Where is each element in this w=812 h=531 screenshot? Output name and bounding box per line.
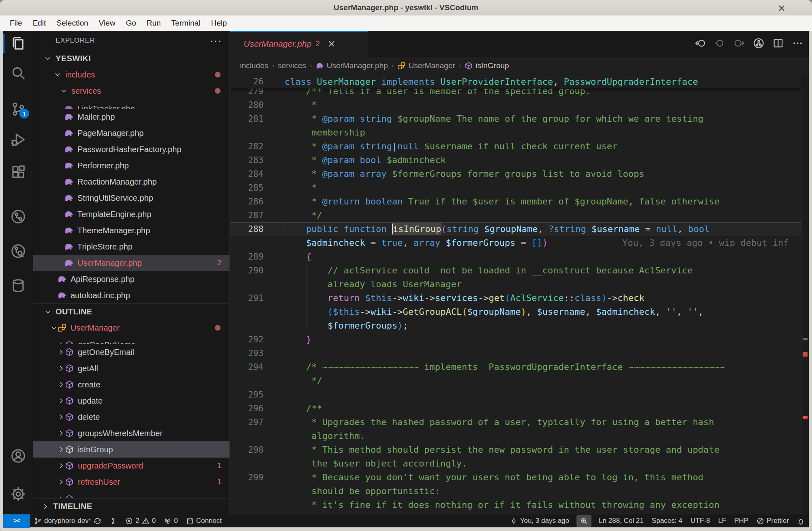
activity-files-icon[interactable] bbox=[3, 32, 33, 55]
code-area[interactable]: 278279 /** Tells if a user is member of … bbox=[230, 75, 801, 514]
explorer-header[interactable]: EXPLORER ··· bbox=[33, 31, 229, 50]
code-line-285[interactable]: 285 * bbox=[230, 181, 801, 195]
code-line-281[interactable]: 281 * @param string $groupName The name … bbox=[230, 112, 801, 126]
status-spaces-4[interactable]: Spaces: 4 bbox=[648, 514, 687, 528]
method-item-clipped[interactable] bbox=[33, 490, 229, 498]
folder-item-includes[interactable]: includes bbox=[33, 67, 229, 83]
status-utf-8[interactable]: UTF-8 bbox=[686, 514, 714, 528]
code-line-294[interactable]: 294 /* ~~~~~~~~~~~~~~~~~~ implements Pas… bbox=[230, 360, 801, 374]
status-lf[interactable]: LF bbox=[714, 514, 730, 528]
code-line-wrap[interactable]: ($this->wiki->GetGroupACL($groupName), $… bbox=[230, 305, 801, 319]
status-zoom-button[interactable] bbox=[576, 515, 591, 527]
activity-run-debug-icon[interactable] bbox=[3, 128, 33, 151]
menu-view[interactable]: View bbox=[94, 17, 120, 29]
activity-account-icon[interactable] bbox=[3, 444, 33, 468]
code-line-wrap[interactable]: membership bbox=[230, 126, 801, 140]
file-item-thememanager.php[interactable]: ThemeManager.php bbox=[33, 222, 229, 239]
file-item-usermanager.php[interactable]: UserManager.php2 bbox=[33, 255, 229, 271]
status-doryphore-dev-[interactable]: doryphore-dev* bbox=[30, 514, 105, 528]
code-line-wrap[interactable]: the $user object accordingly. bbox=[230, 457, 801, 471]
nav-circle-icon[interactable] bbox=[714, 38, 725, 50]
status-gitlens-icon[interactable] bbox=[105, 514, 121, 528]
status-prettier[interactable]: Prettier bbox=[752, 514, 793, 528]
overview-ruler[interactable] bbox=[801, 75, 809, 514]
activity-settings-gear-icon[interactable] bbox=[3, 482, 33, 506]
code-line-291[interactable]: 291 return $this->wiki->services->get(Ac… bbox=[230, 291, 801, 305]
close-window-icon[interactable] bbox=[776, 3, 787, 13]
file-item-stringutilservice.php[interactable]: StringUtilService.php bbox=[33, 190, 229, 206]
method-item-isingroup[interactable]: isInGroup bbox=[33, 441, 229, 458]
activity-git-graph-icon[interactable] bbox=[3, 205, 33, 228]
menu-selection[interactable]: Selection bbox=[51, 17, 93, 29]
file-item-linktracker.php[interactable]: LinkTracker.php bbox=[33, 99, 229, 109]
outline-header[interactable]: OUTLINE bbox=[33, 303, 229, 320]
timeline-header[interactable]: TIMELINE bbox=[33, 498, 229, 514]
nav-forward-icon[interactable] bbox=[734, 38, 745, 50]
code-line-296[interactable]: 296 /** bbox=[230, 402, 801, 415]
status-ln-288-col-21[interactable]: Ln 288, Col 21 bbox=[595, 514, 648, 528]
more-dots-icon[interactable] bbox=[792, 38, 803, 50]
tab-usermanager[interactable]: UserManager.php 2 bbox=[230, 31, 368, 57]
status-bell-icon[interactable] bbox=[793, 514, 809, 528]
method-item-upgradepassword[interactable]: upgradePassword1 bbox=[33, 458, 229, 474]
file-item-pagemanager.php[interactable]: PageManager.php bbox=[33, 125, 229, 141]
code-line-286[interactable]: 286 * @return boolean True if the $user … bbox=[230, 195, 801, 209]
menu-edit[interactable]: Edit bbox=[28, 17, 51, 29]
menu-go[interactable]: Go bbox=[121, 17, 141, 29]
code-line-289[interactable]: 289 { bbox=[230, 250, 801, 264]
code-line-284[interactable]: 284 * @param array $formerGroups former … bbox=[230, 167, 801, 181]
status-php[interactable]: PHP bbox=[730, 514, 752, 528]
breadcrumb-isingroup[interactable]: isInGroup bbox=[465, 61, 509, 70]
menu-run[interactable]: Run bbox=[142, 17, 166, 29]
remote-indicator[interactable]: >< bbox=[3, 514, 30, 528]
nav-back-icon[interactable] bbox=[695, 38, 706, 50]
code-line-wrap[interactable]: * it's fine if it does nothing or if it … bbox=[230, 498, 801, 512]
file-item-performer.php[interactable]: Performer.php bbox=[33, 157, 229, 174]
code-line-282[interactable]: 282 * @param string|null $username if nu… bbox=[230, 140, 801, 153]
title-bar[interactable]: UserManager.php - yeswiki - VSCodium bbox=[0, 0, 812, 15]
file-item-passwordhasherfactory.php[interactable]: PasswordHasherFactory.php bbox=[33, 141, 229, 157]
method-item-create[interactable]: create bbox=[33, 376, 229, 393]
more-actions-icon[interactable]: ··· bbox=[210, 35, 222, 46]
status-connect[interactable]: Connect bbox=[182, 514, 226, 528]
method-item-getall[interactable]: getAll bbox=[33, 360, 229, 376]
code-line-283[interactable]: 283 * @param bool $admincheck bbox=[230, 153, 801, 167]
code-line-292[interactable]: 292 } bbox=[230, 333, 801, 346]
status-0[interactable]: 0 bbox=[160, 514, 182, 528]
method-item-delete[interactable]: delete bbox=[33, 409, 229, 425]
activity-source-control-icon[interactable]: 1 bbox=[3, 97, 33, 121]
file-item-apiresponse.php[interactable]: ApiResponse.php bbox=[33, 271, 229, 287]
class-item-usermanager[interactable]: UserManager bbox=[33, 320, 229, 336]
code-line-288[interactable]: 288 public function isInGroup(string $gr… bbox=[230, 222, 801, 236]
code-line-298[interactable]: 298 * This method should persist the new… bbox=[230, 443, 801, 457]
code-line-290[interactable]: 290 // aclService could not be loaded in… bbox=[230, 264, 801, 277]
file-item-mailer.php[interactable]: Mailer.php bbox=[33, 109, 229, 125]
menu-help[interactable]: Help bbox=[206, 17, 231, 29]
breadcrumb-usermanager[interactable]: UserManager bbox=[397, 61, 455, 70]
breadcrumb-usermanager.php[interactable]: UserManager.php bbox=[316, 61, 388, 70]
method-item-update[interactable]: update bbox=[33, 393, 229, 409]
section-item-yeswiki[interactable]: YESWIKI bbox=[33, 50, 229, 67]
file-item-triplestore.php[interactable]: TripleStore.php bbox=[33, 239, 229, 255]
activity-database-icon[interactable] bbox=[3, 274, 33, 297]
split-editor-icon[interactable] bbox=[773, 38, 784, 50]
code-line-299[interactable]: 299 * Because you don't want your users … bbox=[230, 471, 801, 484]
code-line-wrap[interactable]: algorithm. bbox=[230, 429, 801, 443]
graph-circle-icon[interactable] bbox=[753, 38, 764, 50]
folder-item-services[interactable]: services bbox=[33, 83, 229, 99]
code-line-wrap[interactable]: already loads UserManager bbox=[230, 277, 801, 291]
code-line-297[interactable]: 297 * Upgrades the hashed password of a … bbox=[230, 415, 801, 429]
menu-file[interactable]: File bbox=[5, 17, 27, 29]
code-line-287[interactable]: 287 */ bbox=[230, 209, 801, 222]
status-2[interactable]: 20 bbox=[121, 514, 160, 528]
code-line-295[interactable]: 295 bbox=[230, 388, 801, 402]
method-item-refreshuser[interactable]: refreshUser1 bbox=[33, 474, 229, 490]
status-commit-info[interactable]: You, 3 days ago bbox=[506, 514, 573, 528]
code-line-293[interactable]: 293 bbox=[230, 346, 801, 360]
sticky-scroll-line[interactable]: 26class UserManager implements UserProvi… bbox=[230, 75, 801, 88]
menu-terminal[interactable]: Terminal bbox=[167, 17, 206, 29]
file-item-autoload.inc.php[interactable]: autoload.inc.php bbox=[33, 287, 229, 303]
method-item-getonebyemail[interactable]: getOneByEmail bbox=[33, 344, 229, 360]
code-line-wrap[interactable]: $admincheck = true, array $formerGroups … bbox=[230, 236, 801, 250]
file-item-reactionmanager.php[interactable]: ReactionManager.php bbox=[33, 174, 229, 190]
